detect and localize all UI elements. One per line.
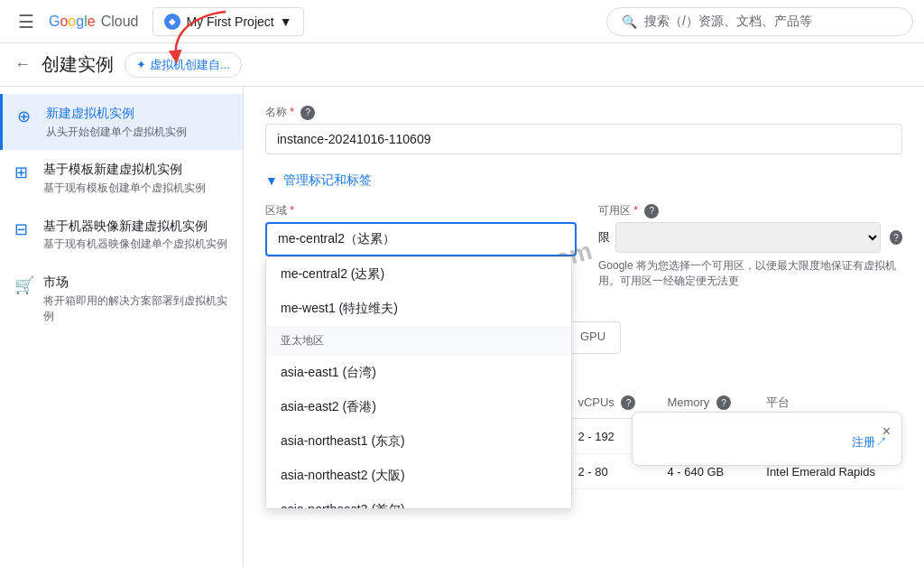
image-vm-desc: 基于现有机器映像创建单个虚拟机实例 <box>43 237 227 252</box>
name-label: 名称 * ? <box>265 105 902 120</box>
google-cloud-logo: Google Cloud <box>49 14 138 30</box>
region-option-asia-northeast2[interactable]: asia-northeast2 (大阪) <box>266 459 571 493</box>
main-layout: ⊕ 新建虚拟机实例 从头开始创建单个虚拟机实例 ⊞ 基于模板新建虚拟机实例 基于… <box>0 87 924 567</box>
region-dropdown-trigger[interactable]: me-central2（达累） <box>265 222 577 256</box>
sidebar-item-image-vm[interactable]: ⊟ 基于机器映像新建虚拟机实例 基于现有机器映像创建单个虚拟机实例 <box>0 207 243 263</box>
top-navigation: ☰ Google Cloud ◆ My First Project ▼ 🔍 搜索… <box>0 0 924 43</box>
region-dropdown-menu: me-central2 (达累) me-west1 (特拉维夫) 亚太地区 as… <box>265 256 572 509</box>
memory-help-icon[interactable]: ? <box>716 395 731 410</box>
new-vm-title: 新建虚拟机实例 <box>46 105 187 123</box>
vcpus-help-icon[interactable]: ? <box>621 395 635 410</box>
zone-select[interactable] <box>615 222 881 253</box>
template-vm-desc: 基于现有模板创建单个虚拟机实例 <box>43 181 206 196</box>
tab-gpu[interactable]: GPU <box>565 321 621 354</box>
region-zone-row: 区域 * me-central2（达累） me-central2 (达累) me… <box>265 203 902 307</box>
chip-label: 虚拟机创建自... <box>150 57 230 73</box>
vm-creation-chip[interactable]: ✦ 虚拟机创建自... <box>125 52 242 78</box>
region-form-group: 区域 * me-central2（达累） me-central2 (达累) me… <box>265 203 577 289</box>
marketplace-desc: 将开箱即用的解决方案部署到虚拟机实例 <box>43 293 228 324</box>
name-help-icon[interactable]: ? <box>300 106 315 120</box>
sidebar-item-marketplace[interactable]: 🛒 市场 将开箱即用的解决方案部署到虚拟机实例 <box>0 263 243 334</box>
zone-description: Google 将为您选择一个可用区，以便最大限度地保证有虚拟机用。可用区一经确定… <box>598 258 902 289</box>
zone-form-group: 可用区 * ? 限 ? Google 将为您选择一个可用区，以便最大限度地保证有… <box>591 203 902 289</box>
region-option-me-central2[interactable]: me-central2 (达累) <box>266 257 571 292</box>
region-label: 区域 * <box>265 203 577 218</box>
google-logo-text: Google <box>49 14 96 30</box>
project-name: My First Project <box>186 14 273 29</box>
sidebar: ⊕ 新建虚拟机实例 从头开始创建单个虚拟机实例 ⊞ 基于模板新建虚拟机实例 基于… <box>0 87 244 567</box>
zone-select-help-icon[interactable]: ? <box>890 230 902 245</box>
zone-label: 可用区 * ? <box>598 203 902 218</box>
region-option-me-west1[interactable]: me-west1 (特拉维夫) <box>266 292 571 326</box>
sidebar-item-new-vm[interactable]: ⊕ 新建虚拟机实例 从头开始创建单个虚拟机实例 <box>0 94 243 150</box>
image-vm-icon: ⊟ <box>14 219 32 239</box>
region-current-value: me-central2（达累） <box>278 231 395 247</box>
image-vm-title: 基于机器映像新建虚拟机实例 <box>43 218 227 236</box>
region-option-asia-northeast3[interactable]: asia-northeast3 (首尔) <box>266 493 571 509</box>
zone-help-icon[interactable]: ? <box>644 204 659 218</box>
region-dropdown-container: me-central2（达累） me-central2 (达累) me-west… <box>265 222 577 256</box>
search-placeholder: 搜索（/）资源、文档、产品等 <box>644 14 812 30</box>
project-icon: ◆ <box>164 14 180 30</box>
cloud-logo-text: Cloud <box>101 14 139 30</box>
chevron-down-icon: ▼ <box>265 173 278 188</box>
search-bar[interactable]: 🔍 搜索（/）资源、文档、产品等 <box>606 7 913 36</box>
project-selector[interactable]: ◆ My First Project ▼ <box>152 7 303 36</box>
name-input[interactable] <box>265 124 902 154</box>
name-required: * <box>290 106 294 118</box>
notif-close-button[interactable]: × <box>882 423 891 440</box>
dropdown-arrow-icon: ▼ <box>280 14 292 29</box>
name-form-group: 名称 * ? <box>265 105 902 154</box>
template-vm-icon: ⊞ <box>14 163 32 182</box>
back-button[interactable]: ← <box>14 55 31 74</box>
section-label: 管理标记和标签 <box>283 172 372 189</box>
menu-icon[interactable]: ☰ <box>11 4 42 40</box>
region-section-asia: 亚太地区 <box>266 326 571 356</box>
zone-limit-label: 限 <box>598 229 610 246</box>
region-option-asia-northeast1[interactable]: asia-northeast1 (东京) <box>266 424 571 459</box>
search-icon: 🔍 <box>622 14 637 29</box>
region-option-asia-east1[interactable]: asia-east1 (台湾) <box>266 356 571 390</box>
chip-icon: ✦ <box>136 58 146 71</box>
page-title: 创建实例 <box>42 52 114 77</box>
marketplace-icon: 🛒 <box>14 275 32 295</box>
marketplace-title: 市场 <box>43 274 228 292</box>
notification-box: × 注册↗ <box>632 412 902 466</box>
new-vm-desc: 从头开始创建单个虚拟机实例 <box>46 125 187 140</box>
content-area: 名称 * ? ▼ 管理标记和标签 区域 * me-central2（达累） <box>244 87 924 567</box>
sidebar-item-template-vm[interactable]: ⊞ 基于模板新建虚拟机实例 基于现有模板创建单个虚拟机实例 <box>0 150 243 206</box>
template-vm-title: 基于模板新建虚拟机实例 <box>43 161 206 179</box>
new-vm-icon: ⊕ <box>17 107 35 126</box>
management-tags-section[interactable]: ▼ 管理标记和标签 <box>265 172 902 189</box>
sub-navigation: ← 创建实例 ✦ 虚拟机创建自... <box>0 43 924 87</box>
region-option-asia-east2[interactable]: asia-east2 (香港) <box>266 390 571 424</box>
